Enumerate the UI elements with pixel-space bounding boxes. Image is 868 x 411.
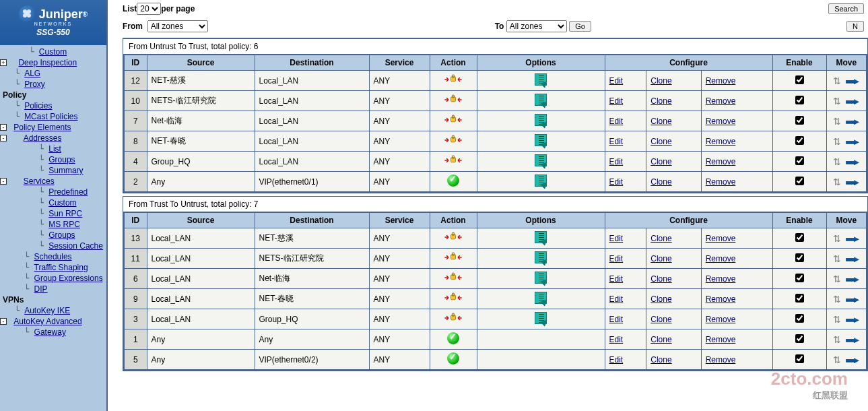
log-option-icon[interactable] — [535, 94, 547, 106]
edit-link[interactable]: Edit — [609, 274, 624, 284]
nav-proxy[interactable]: Proxy — [24, 79, 45, 90]
nav-groups[interactable]: Groups — [48, 154, 75, 165]
clone-link[interactable]: Clone — [650, 137, 671, 146]
enable-checkbox[interactable] — [795, 334, 804, 343]
remove-link[interactable]: Remove — [706, 254, 736, 263]
clone-link[interactable]: Clone — [650, 157, 671, 166]
remove-link[interactable]: Remove — [706, 96, 736, 106]
move-right-icon[interactable] — [846, 139, 859, 145]
move-right-icon[interactable] — [846, 119, 859, 125]
edit-link[interactable]: Edit — [609, 117, 624, 126]
edit-link[interactable]: Edit — [609, 177, 624, 187]
collapse-icon[interactable]: - — [0, 124, 7, 131]
enable-checkbox[interactable] — [795, 294, 804, 303]
nav-policy-elements[interactable]: Policy Elements — [13, 122, 71, 133]
edit-link[interactable]: Edit — [609, 294, 624, 304]
nav-deep-inspection[interactable]: Deep Inspection — [18, 57, 77, 68]
move-right-icon[interactable] — [846, 338, 859, 343]
move-up-icon[interactable]: ⇅ — [833, 156, 841, 167]
expand-icon[interactable]: + — [0, 59, 7, 66]
edit-link[interactable]: Edit — [609, 96, 624, 106]
move-right-icon[interactable] — [846, 297, 859, 303]
move-right-icon[interactable] — [846, 180, 859, 185]
remove-link[interactable]: Remove — [706, 76, 736, 86]
enable-checkbox[interactable] — [795, 136, 804, 145]
go-button[interactable]: Go — [569, 21, 591, 32]
clone-link[interactable]: Clone — [650, 315, 671, 324]
move-up-icon[interactable]: ⇅ — [833, 274, 841, 284]
new-button[interactable]: N — [846, 21, 864, 32]
enable-checkbox[interactable] — [795, 274, 804, 282]
log-option-icon[interactable] — [535, 175, 547, 187]
move-up-icon[interactable]: ⇅ — [833, 75, 841, 86]
nav-session-cache[interactable]: Session Cache — [48, 241, 103, 251]
enable-checkbox[interactable] — [795, 233, 804, 242]
enable-checkbox[interactable] — [795, 354, 804, 363]
nav-mcast-policies[interactable]: MCast Policies — [24, 111, 77, 122]
nav-autokey-advanced[interactable]: AutoKey Advanced — [13, 316, 81, 327]
remove-link[interactable]: Remove — [706, 315, 736, 324]
clone-link[interactable]: Clone — [650, 177, 671, 187]
remove-link[interactable]: Remove — [706, 117, 736, 126]
move-right-icon[interactable] — [846, 160, 859, 165]
collapse-icon[interactable]: - — [0, 178, 7, 185]
log-option-icon[interactable] — [535, 114, 547, 126]
move-up-icon[interactable]: ⇅ — [833, 116, 841, 127]
move-up-icon[interactable]: ⇅ — [833, 96, 841, 106]
nav-msrpc[interactable]: MS RPC — [48, 219, 80, 230]
clone-link[interactable]: Clone — [650, 234, 671, 243]
nav-predefined[interactable]: Predefined — [48, 187, 88, 197]
nav-addresses[interactable]: Addresses — [24, 133, 62, 144]
nav-custom[interactable]: Custom — [39, 46, 67, 57]
search-button[interactable]: Search — [828, 3, 864, 14]
edit-link[interactable]: Edit — [609, 315, 624, 324]
nav-list[interactable]: List — [48, 144, 61, 154]
edit-link[interactable]: Edit — [609, 335, 624, 344]
move-right-icon[interactable] — [846, 236, 859, 242]
clone-link[interactable]: Clone — [650, 335, 671, 344]
enable-checkbox[interactable] — [795, 177, 804, 185]
remove-link[interactable]: Remove — [706, 177, 736, 187]
remove-link[interactable]: Remove — [706, 274, 736, 284]
edit-link[interactable]: Edit — [609, 76, 624, 86]
clone-link[interactable]: Clone — [650, 96, 671, 106]
clone-link[interactable]: Clone — [650, 294, 671, 304]
move-up-icon[interactable]: ⇅ — [833, 334, 841, 345]
remove-link[interactable]: Remove — [706, 137, 736, 146]
enable-checkbox[interactable] — [795, 75, 804, 84]
log-option-icon[interactable] — [535, 73, 547, 86]
nav-traffic-shaping[interactable]: Traffic Shaping — [34, 262, 88, 273]
nav-gateway[interactable]: Gateway — [34, 327, 66, 338]
move-right-icon[interactable] — [846, 317, 859, 323]
clone-link[interactable]: Clone — [650, 274, 671, 284]
to-zone-select[interactable]: All zones — [506, 20, 567, 32]
move-up-icon[interactable]: ⇅ — [833, 253, 841, 264]
clone-link[interactable]: Clone — [650, 355, 671, 365]
log-option-icon[interactable] — [535, 231, 547, 243]
edit-link[interactable]: Edit — [609, 234, 624, 243]
move-up-icon[interactable]: ⇅ — [833, 136, 841, 147]
per-page-select[interactable]: 20 — [137, 3, 161, 15]
nav-services[interactable]: Services — [24, 176, 55, 187]
log-option-icon[interactable] — [535, 154, 547, 166]
nav-group-expressions[interactable]: Group Expressions — [34, 273, 103, 284]
nav-groups2[interactable]: Groups — [48, 230, 75, 241]
move-right-icon[interactable] — [846, 277, 859, 282]
edit-link[interactable]: Edit — [609, 254, 624, 263]
nav-autokey-ike[interactable]: AutoKey IKE — [24, 305, 70, 316]
remove-link[interactable]: Remove — [706, 335, 736, 344]
clone-link[interactable]: Clone — [650, 117, 671, 126]
from-zone-select[interactable]: All zones — [147, 20, 208, 32]
remove-link[interactable]: Remove — [706, 157, 736, 166]
nav-alg[interactable]: ALG — [24, 68, 40, 79]
log-option-icon[interactable] — [535, 134, 547, 146]
remove-link[interactable]: Remove — [706, 234, 736, 243]
log-option-icon[interactable] — [535, 251, 547, 263]
move-up-icon[interactable]: ⇅ — [833, 233, 841, 244]
move-right-icon[interactable] — [846, 358, 859, 363]
enable-checkbox[interactable] — [795, 96, 804, 104]
clone-link[interactable]: Clone — [650, 76, 671, 86]
nav-schedules[interactable]: Schedules — [34, 251, 72, 262]
edit-link[interactable]: Edit — [609, 355, 624, 365]
move-up-icon[interactable]: ⇅ — [833, 314, 841, 325]
